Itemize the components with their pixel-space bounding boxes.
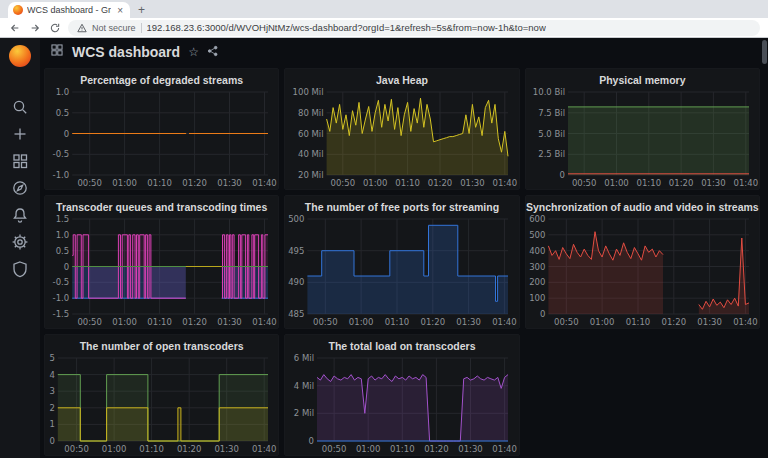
svg-text:01:10: 01:10 (625, 317, 650, 327)
svg-text:00:50: 00:50 (64, 444, 89, 454)
svg-text:4 Mil: 4 Mil (294, 381, 314, 391)
physical-memory-chart[interactable]: 00:5001:0001:1001:2001:3001:4010.0 Bil7.… (526, 88, 759, 189)
svg-text:-0.5: -0.5 (53, 149, 70, 159)
dashboard-squares-icon[interactable] (50, 43, 64, 61)
svg-text:01:20: 01:20 (421, 317, 446, 327)
panel-title[interactable]: Percentage of degraded streams (45, 69, 278, 88)
tab-title: WCS dashboard - Grafana (27, 5, 111, 15)
svg-text:01:00: 01:00 (102, 444, 127, 454)
panel-title[interactable]: Transcoder queues and transcoding times (45, 196, 278, 215)
svg-text:01:20: 01:20 (428, 178, 453, 188)
not-secure-warning-icon[interactable] (77, 19, 87, 37)
browser-tab[interactable]: WCS dashboard - Grafana × (8, 2, 130, 18)
grafana-sidebar (0, 38, 40, 458)
transcoder-queues-chart[interactable]: 00:5001:0001:1001:2001:3001:401.51.00.50… (45, 215, 278, 328)
browser-toolbar: Not secure 192.168.23.6:3000/d/WVOHjNtMz… (0, 18, 768, 38)
scrollbar-thumb[interactable] (762, 40, 767, 64)
svg-text:500: 500 (288, 215, 304, 224)
svg-text:01:10: 01:10 (139, 444, 164, 454)
transcoder-load-chart[interactable]: 00:5001:0001:1001:2001:3001:406 Mil4 Mil… (285, 354, 518, 455)
svg-text:1: 1 (49, 419, 54, 429)
address-bar[interactable]: Not secure 192.168.23.6:3000/d/WVOHjNtMz… (68, 20, 760, 36)
svg-text:1.5: 1.5 (56, 215, 70, 224)
reload-button[interactable] (48, 21, 62, 35)
svg-text:5: 5 (49, 354, 54, 363)
grafana-main: WCS dashboard ☆ Percentage of degraded s… (40, 38, 768, 458)
svg-text:01:10: 01:10 (636, 178, 661, 188)
forward-button[interactable] (28, 21, 42, 35)
omnibox-divider (141, 23, 142, 33)
av-sync-chart[interactable]: 00:5001:0001:1001:2001:3001:406005004003… (526, 215, 759, 328)
svg-text:0: 0 (540, 309, 545, 319)
share-icon[interactable] (207, 43, 219, 61)
svg-text:01:20: 01:20 (661, 317, 686, 327)
svg-text:490: 490 (288, 277, 304, 287)
not-secure-label[interactable]: Not secure (92, 23, 136, 33)
panel-title[interactable]: Physical memory (526, 69, 759, 88)
grafana-favicon-icon (13, 5, 23, 15)
svg-text:01:20: 01:20 (424, 444, 449, 454)
svg-text:500: 500 (529, 230, 545, 240)
svg-text:01:00: 01:00 (112, 317, 137, 327)
svg-text:0.5: 0.5 (56, 246, 70, 256)
panel-degraded-streams: Percentage of degraded streams 00:5001:0… (44, 68, 279, 190)
free-ports-chart[interactable]: 00:5001:0001:1001:2001:3001:405004954904… (285, 215, 518, 328)
svg-text:00:50: 00:50 (77, 178, 102, 188)
svg-text:01:00: 01:00 (112, 178, 137, 188)
degraded-streams-chart[interactable]: 00:5001:0001:1001:2001:3001:401.00.50-0.… (45, 88, 278, 189)
page-scrollbar[interactable] (762, 40, 768, 454)
panel-title[interactable]: The total load on transcoders (285, 335, 518, 354)
svg-text:2: 2 (49, 403, 54, 413)
svg-text:01:00: 01:00 (363, 178, 388, 188)
java-heap-chart[interactable]: 00:5001:0001:1001:2001:3001:40100 Mil80 … (285, 88, 518, 189)
url-text[interactable]: 192.168.23.6:3000/d/WVOHjNtMz/wcs-dashbo… (147, 22, 546, 33)
alerting-bell-icon[interactable] (11, 206, 29, 224)
new-tab-button[interactable]: + (138, 3, 145, 17)
svg-text:5.0 Bil: 5.0 Bil (538, 129, 565, 139)
svg-text:0: 0 (64, 262, 69, 272)
panel-title[interactable]: The number of free ports for streaming (285, 196, 518, 215)
svg-text:1.0: 1.0 (56, 88, 70, 97)
panel-open-transcoders: The number of open transcoders 00:5001:0… (44, 334, 279, 456)
svg-text:01:30: 01:30 (460, 178, 485, 188)
search-icon[interactable] (11, 98, 29, 116)
svg-text:01:40: 01:40 (493, 444, 517, 454)
svg-text:00:50: 00:50 (331, 178, 356, 188)
svg-text:01:30: 01:30 (697, 317, 722, 327)
svg-text:01:30: 01:30 (217, 317, 242, 327)
dashboards-grid-icon[interactable] (11, 152, 29, 170)
grafana-app: WCS dashboard ☆ Percentage of degraded s… (0, 38, 768, 458)
panel-title[interactable]: The number of open transcoders (45, 335, 278, 354)
svg-text:01:40: 01:40 (252, 178, 277, 188)
svg-text:2.5 Bil: 2.5 Bil (538, 149, 565, 159)
svg-text:200: 200 (529, 277, 545, 287)
back-button[interactable] (8, 21, 22, 35)
svg-text:300: 300 (529, 262, 545, 272)
dashboard-grid: Percentage of degraded streams 00:5001:0… (40, 66, 768, 458)
panel-title[interactable]: Java Heap (285, 69, 518, 88)
configuration-gear-icon[interactable] (11, 233, 29, 251)
svg-text:01:30: 01:30 (217, 178, 242, 188)
browser-chrome: WCS dashboard - Grafana × + Not secure 1… (0, 0, 768, 38)
svg-text:10.0 Bil: 10.0 Bil (532, 88, 564, 97)
svg-text:60 Mil: 60 Mil (298, 129, 324, 139)
grafana-logo-icon[interactable] (9, 45, 31, 67)
panel-av-sync: Synchronization of audio and video in st… (525, 195, 760, 329)
svg-text:1.0: 1.0 (56, 230, 70, 240)
create-plus-icon[interactable] (11, 125, 29, 143)
svg-text:01:10: 01:10 (147, 178, 172, 188)
svg-text:4: 4 (49, 370, 54, 380)
svg-text:01:20: 01:20 (182, 317, 207, 327)
star-icon[interactable]: ☆ (188, 45, 199, 59)
svg-text:6 Mil: 6 Mil (294, 354, 314, 363)
svg-text:01:30: 01:30 (701, 178, 726, 188)
svg-text:01:10: 01:10 (147, 317, 172, 327)
panel-title[interactable]: Synchronization of audio and video in st… (526, 196, 759, 215)
svg-text:40 Mil: 40 Mil (298, 149, 324, 159)
svg-text:01:40: 01:40 (733, 317, 758, 327)
server-admin-shield-icon[interactable] (11, 260, 29, 278)
tab-close-icon[interactable]: × (115, 5, 125, 16)
explore-compass-icon[interactable] (11, 179, 29, 197)
svg-text:0: 0 (559, 170, 564, 180)
open-transcoders-chart[interactable]: 00:5001:0001:1001:2001:3001:40543210 (45, 354, 278, 455)
